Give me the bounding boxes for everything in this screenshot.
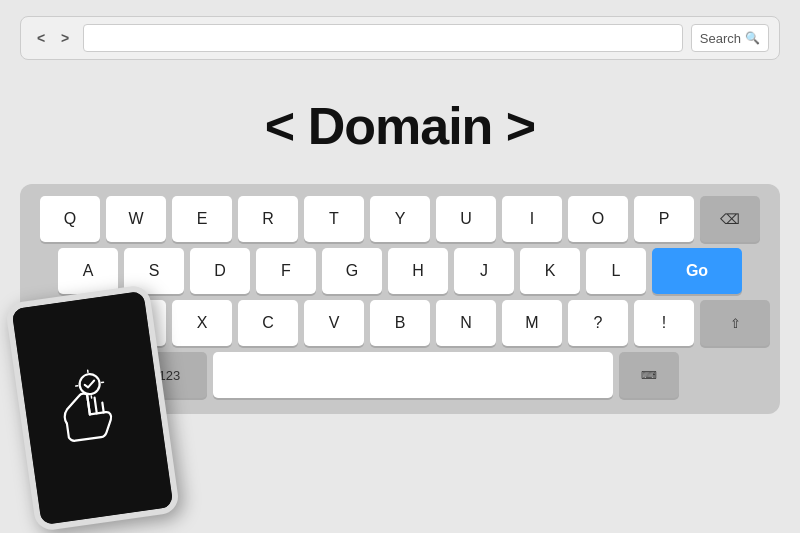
key-t[interactable]: T bbox=[304, 196, 364, 242]
key-o[interactable]: O bbox=[568, 196, 628, 242]
key-v[interactable]: V bbox=[304, 300, 364, 346]
key-w[interactable]: W bbox=[106, 196, 166, 242]
award-hand-icon bbox=[47, 363, 137, 453]
key-c[interactable]: C bbox=[238, 300, 298, 346]
key-h[interactable]: H bbox=[388, 248, 448, 294]
search-box[interactable]: Search 🔍 bbox=[691, 24, 769, 52]
go-key[interactable]: Go bbox=[652, 248, 742, 294]
key-g[interactable]: G bbox=[322, 248, 382, 294]
url-input[interactable] bbox=[83, 24, 683, 52]
backspace-key[interactable]: ⌫ bbox=[700, 196, 760, 242]
key-a[interactable]: A bbox=[58, 248, 118, 294]
forward-button[interactable]: > bbox=[55, 30, 75, 46]
key-n[interactable]: N bbox=[436, 300, 496, 346]
back-button[interactable]: < bbox=[31, 30, 51, 46]
key-b[interactable]: B bbox=[370, 300, 430, 346]
key-u[interactable]: U bbox=[436, 196, 496, 242]
browser-bar: < > Search 🔍 bbox=[20, 16, 780, 60]
space-key[interactable] bbox=[213, 352, 613, 398]
key-f[interactable]: F bbox=[256, 248, 316, 294]
key-y[interactable]: Y bbox=[370, 196, 430, 242]
search-icon: 🔍 bbox=[745, 31, 760, 45]
key-e[interactable]: E bbox=[172, 196, 232, 242]
phone-screen bbox=[11, 291, 173, 525]
page-title: < Domain > bbox=[265, 96, 535, 156]
key-x[interactable]: X bbox=[172, 300, 232, 346]
key-exclaim[interactable]: ! bbox=[634, 300, 694, 346]
key-p[interactable]: P bbox=[634, 196, 694, 242]
key-k[interactable]: K bbox=[520, 248, 580, 294]
key-d[interactable]: D bbox=[190, 248, 250, 294]
key-r[interactable]: R bbox=[238, 196, 298, 242]
shift-key-right[interactable]: ⇧ bbox=[700, 300, 770, 346]
key-m[interactable]: M bbox=[502, 300, 562, 346]
search-label: Search bbox=[700, 31, 741, 46]
keyboard-row-1: Q W E R T Y U I O P ⌫ bbox=[30, 196, 770, 242]
key-j[interactable]: J bbox=[454, 248, 514, 294]
key-l[interactable]: L bbox=[586, 248, 646, 294]
key-i[interactable]: I bbox=[502, 196, 562, 242]
keyboard-icon-key[interactable]: ⌨ bbox=[619, 352, 679, 398]
nav-buttons: < > bbox=[31, 30, 75, 46]
keyboard-row-2: A S D F G H J K L Go bbox=[30, 248, 770, 294]
key-q[interactable]: Q bbox=[40, 196, 100, 242]
key-question[interactable]: ? bbox=[568, 300, 628, 346]
